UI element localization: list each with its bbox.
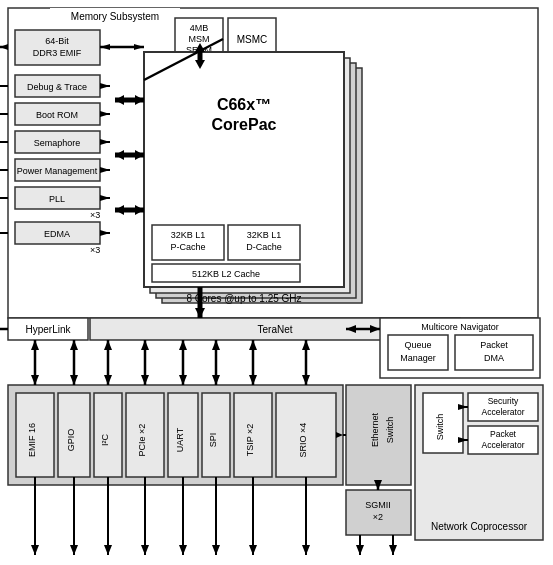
- svg-rect-62: [168, 393, 198, 477]
- svg-text:C66x™: C66x™: [217, 96, 271, 113]
- svg-rect-26: [162, 68, 362, 303]
- svg-text:TSIP ×2: TSIP ×2: [245, 424, 255, 457]
- svg-text:TeraNet: TeraNet: [257, 324, 292, 335]
- svg-marker-133: [70, 375, 78, 385]
- svg-text:32KB L1: 32KB L1: [247, 230, 282, 240]
- svg-marker-152: [302, 340, 310, 350]
- svg-marker-112: [100, 195, 110, 201]
- svg-rect-12: [15, 75, 100, 97]
- svg-marker-163: [458, 437, 468, 443]
- svg-rect-66: [234, 393, 272, 477]
- svg-marker-171: [141, 545, 149, 555]
- svg-marker-177: [249, 545, 257, 555]
- svg-marker-140: [141, 340, 149, 350]
- diagram-svg: Memory Subsystem 64-Bit DDR3 EMIF 4MB MS…: [0, 0, 553, 565]
- svg-text:512KB L2 Cache: 512KB L2 Cache: [192, 269, 260, 279]
- svg-marker-156: [370, 325, 380, 333]
- svg-rect-70: [346, 385, 411, 485]
- svg-marker-142: [179, 375, 187, 385]
- svg-text:SRAM: SRAM: [186, 45, 212, 55]
- svg-rect-10: [228, 18, 276, 60]
- svg-rect-75: [423, 393, 463, 453]
- svg-text:HyperLink: HyperLink: [25, 324, 71, 335]
- svg-marker-145: [212, 375, 220, 385]
- svg-rect-1: [50, 8, 180, 24]
- svg-text:64-Bit: 64-Bit: [45, 36, 69, 46]
- svg-text:32KB L1: 32KB L1: [171, 230, 206, 240]
- svg-marker-154: [195, 308, 205, 318]
- svg-rect-83: [346, 490, 411, 535]
- svg-rect-16: [15, 131, 100, 153]
- svg-marker-118: [135, 95, 144, 105]
- svg-rect-45: [380, 318, 540, 378]
- svg-text:×2: ×2: [373, 512, 383, 522]
- svg-rect-54: [16, 393, 54, 477]
- svg-rect-68: [276, 393, 336, 477]
- svg-rect-32: [152, 225, 224, 260]
- svg-text:Packet: Packet: [490, 429, 517, 439]
- svg-rect-0: [8, 8, 538, 318]
- svg-text:Manager: Manager: [400, 353, 436, 363]
- svg-marker-122: [115, 150, 124, 160]
- svg-marker-104: [100, 139, 110, 145]
- svg-marker-157: [346, 325, 356, 333]
- svg-text:Switch: Switch: [435, 414, 445, 441]
- svg-marker-131: [31, 340, 39, 350]
- svg-marker-185: [389, 545, 397, 555]
- svg-text:Network Coprocessor: Network Coprocessor: [431, 521, 528, 532]
- svg-marker-88: [0, 44, 8, 50]
- svg-text:Power Management: Power Management: [17, 166, 98, 176]
- svg-rect-50: [455, 335, 533, 370]
- svg-marker-128: [195, 60, 205, 69]
- svg-text:Security: Security: [488, 396, 519, 406]
- svg-rect-41: [8, 318, 88, 340]
- svg-marker-139: [141, 375, 149, 385]
- svg-marker-127: [195, 43, 205, 52]
- svg-text:GPIO: GPIO: [66, 429, 76, 452]
- svg-rect-38: [152, 264, 300, 282]
- svg-marker-187: [336, 432, 343, 438]
- svg-line-92: [144, 39, 223, 80]
- svg-marker-130: [31, 375, 39, 385]
- svg-text:Ethernet: Ethernet: [370, 412, 380, 447]
- svg-text:Boot ROM: Boot ROM: [36, 110, 78, 120]
- svg-marker-108: [100, 167, 110, 173]
- svg-text:DMA: DMA: [484, 353, 504, 363]
- svg-rect-14: [15, 103, 100, 125]
- svg-marker-134: [70, 340, 78, 350]
- svg-marker-173: [179, 545, 187, 555]
- svg-text:Debug & Trace: Debug & Trace: [27, 82, 87, 92]
- svg-text:EDMA: EDMA: [44, 229, 70, 239]
- svg-text:8 Cores @up to 1.25 GHz: 8 Cores @up to 1.25 GHz: [186, 293, 301, 304]
- svg-text:Multicore Navigator: Multicore Navigator: [421, 322, 499, 332]
- svg-marker-90: [134, 44, 144, 50]
- svg-marker-100: [100, 111, 110, 117]
- svg-text:×3: ×3: [90, 210, 100, 220]
- svg-marker-169: [104, 545, 112, 555]
- svg-rect-64: [202, 393, 230, 477]
- svg-marker-125: [115, 205, 124, 215]
- svg-rect-53: [8, 385, 343, 485]
- svg-marker-124: [135, 205, 144, 215]
- svg-text:Accelerator: Accelerator: [482, 407, 525, 417]
- svg-marker-159: [374, 480, 382, 490]
- svg-text:MSMC: MSMC: [237, 34, 268, 45]
- svg-marker-136: [104, 375, 112, 385]
- svg-text:Packet: Packet: [480, 340, 508, 350]
- svg-text:SRIO ×4: SRIO ×4: [298, 423, 308, 458]
- svg-text:SGMII: SGMII: [365, 500, 391, 510]
- svg-marker-179: [302, 545, 310, 555]
- svg-rect-56: [58, 393, 90, 477]
- svg-rect-29: [144, 52, 344, 287]
- svg-rect-43: [90, 318, 460, 340]
- svg-text:Memory Subsystem: Memory Subsystem: [71, 11, 159, 22]
- svg-text:4MB: 4MB: [190, 23, 209, 33]
- svg-marker-96: [100, 83, 110, 89]
- svg-marker-183: [356, 545, 364, 555]
- svg-marker-143: [179, 340, 187, 350]
- svg-marker-149: [249, 340, 257, 350]
- svg-rect-20: [15, 187, 100, 209]
- svg-text:×3: ×3: [90, 245, 100, 255]
- svg-marker-91: [100, 44, 110, 50]
- diagram: Memory Subsystem 64-Bit DDR3 EMIF 4MB MS…: [0, 0, 553, 565]
